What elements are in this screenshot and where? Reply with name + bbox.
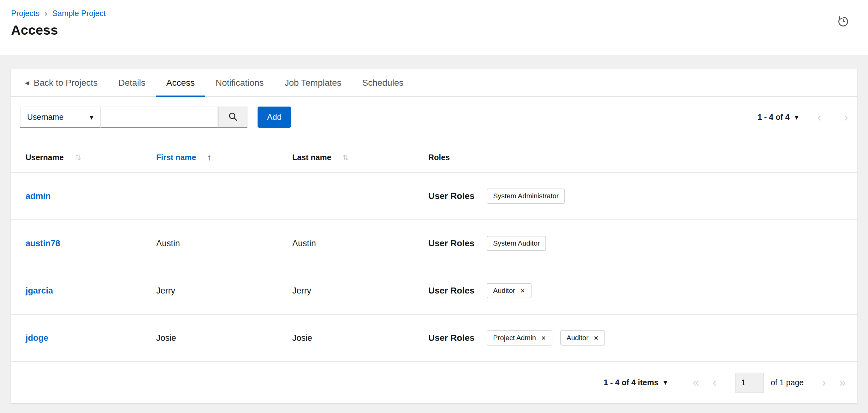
column-header-first-name: First name ↑ xyxy=(156,152,292,162)
tab-job-templates[interactable]: Job Templates xyxy=(274,69,352,97)
column-label: Roles xyxy=(428,153,450,162)
page-count-label: of 1 page xyxy=(771,378,804,387)
roles-cell: User Roles Auditor ✕ xyxy=(428,283,857,298)
search-group xyxy=(101,107,247,128)
column-label: First name xyxy=(156,153,196,162)
role-chip-label: Auditor xyxy=(493,286,515,295)
access-page: Projects › Sample Project Access ◀ Back … xyxy=(0,0,868,413)
role-chip-label: System Auditor xyxy=(493,239,540,247)
content-background: ◀ Back to Projects Details Access Notifi… xyxy=(0,55,868,413)
user-roles-label: User Roles xyxy=(428,286,474,296)
column-header-roles: Roles xyxy=(428,153,857,162)
role-chip: Auditor ✕ xyxy=(560,331,605,346)
chevron-left-icon: ‹ xyxy=(817,111,822,124)
card-footer: 1 - 4 of 4 items ▾ « ‹ of 1 page › » xyxy=(11,361,857,403)
username-link[interactable]: jgarcia xyxy=(26,286,53,296)
role-chip: Auditor ✕ xyxy=(487,283,531,298)
last-name-cell: Jerry xyxy=(292,286,428,296)
search-input[interactable] xyxy=(101,107,218,128)
close-icon: ✕ xyxy=(520,287,525,294)
role-chip-label: Project Admin xyxy=(493,334,536,342)
close-icon: ✕ xyxy=(541,335,546,341)
tab-back-label: Back to Projects xyxy=(34,78,97,88)
history-icon xyxy=(837,24,849,28)
username-cell: austin78 xyxy=(26,239,156,248)
activity-stream-button[interactable] xyxy=(836,14,850,30)
sort-ascending-icon: ↑ xyxy=(207,152,212,162)
previous-page-button[interactable]: ‹ xyxy=(712,376,716,388)
next-page-button[interactable]: › xyxy=(844,111,848,123)
tab-back-to-projects[interactable]: ◀ Back to Projects xyxy=(14,69,108,97)
roles-cell: User Roles System Administrator xyxy=(428,188,857,204)
roles-cell: User Roles System Auditor xyxy=(428,236,857,251)
last-name-cell: Josie xyxy=(292,333,428,343)
role-chips: System Administrator xyxy=(487,188,565,204)
tab-bar: ◀ Back to Projects Details Access Notifi… xyxy=(11,69,857,97)
role-chips: Auditor ✕ xyxy=(487,283,531,298)
angle-double-right-icon: » xyxy=(839,376,846,389)
tab-access[interactable]: Access xyxy=(156,69,205,97)
table-row: jdoge Josie Josie User Roles Project Adm… xyxy=(11,314,857,361)
username-cell: jgarcia xyxy=(26,286,156,296)
username-link[interactable]: admin xyxy=(26,192,51,201)
chevron-right-icon: › xyxy=(844,111,848,124)
chevron-left-icon: ‹ xyxy=(712,376,716,389)
role-chips: Project Admin ✕ Auditor ✕ xyxy=(487,331,605,346)
first-page-button[interactable]: « xyxy=(692,376,699,388)
tab-notifications[interactable]: Notifications xyxy=(205,69,274,97)
previous-page-button[interactable]: ‹ xyxy=(817,111,822,123)
add-button[interactable]: Add xyxy=(257,107,291,128)
table-header-row: Username ⇅ First name ↑ Last name xyxy=(11,143,857,172)
filter-type-selected: Username xyxy=(27,112,63,122)
user-roles-label: User Roles xyxy=(428,191,474,201)
top-pagination: 1 - 4 of 4 ▾ ‹ › xyxy=(757,107,848,128)
sort-arrows-icon: ⇅ xyxy=(342,153,349,162)
items-per-page-summary[interactable]: 1 - 4 of 4 items xyxy=(603,378,658,387)
tab-schedules[interactable]: Schedules xyxy=(352,69,414,97)
remove-role-button[interactable]: ✕ xyxy=(594,335,599,341)
toolbar: Username ▾ xyxy=(11,97,857,143)
role-chip-label: Auditor xyxy=(566,334,589,342)
search-button[interactable] xyxy=(218,107,247,128)
next-page-button[interactable]: › xyxy=(822,376,826,388)
angle-double-left-icon: « xyxy=(692,376,699,389)
column-label: Last name xyxy=(292,153,332,162)
search-icon xyxy=(228,112,238,122)
table-row: austin78 Austin Austin User Roles System… xyxy=(11,219,857,267)
caret-down-icon: ▾ xyxy=(90,113,93,121)
caret-down-icon: ▾ xyxy=(663,379,667,386)
role-chip: System Administrator xyxy=(487,188,565,204)
sort-by-last-name[interactable]: Last name ⇅ xyxy=(292,153,349,162)
filter-type-dropdown[interactable]: Username ▾ xyxy=(20,107,101,128)
page-number-input[interactable] xyxy=(735,373,764,392)
chevron-right-icon: › xyxy=(822,376,826,389)
breadcrumb: Projects › Sample Project xyxy=(11,9,868,18)
column-label: Username xyxy=(26,153,64,162)
remove-role-button[interactable]: ✕ xyxy=(520,288,525,294)
breadcrumb-separator: › xyxy=(44,9,47,18)
last-name-cell: Austin xyxy=(292,239,428,248)
column-header-last-name: Last name ⇅ xyxy=(292,153,428,162)
table-row: admin User Roles System Administrator xyxy=(11,172,857,219)
column-header-username: Username ⇅ xyxy=(26,153,156,162)
role-chip: System Auditor xyxy=(487,236,546,251)
first-name-cell: Josie xyxy=(156,333,292,343)
sort-by-first-name[interactable]: First name ↑ xyxy=(156,152,212,162)
caret-down-icon: ▾ xyxy=(795,113,799,121)
close-icon: ✕ xyxy=(594,335,599,341)
last-page-button[interactable]: » xyxy=(839,376,846,388)
breadcrumb-link-sample-project[interactable]: Sample Project xyxy=(52,9,106,18)
remove-role-button[interactable]: ✕ xyxy=(541,335,546,341)
top-pagination-summary[interactable]: 1 - 4 of 4 xyxy=(757,112,789,122)
sort-by-username[interactable]: Username ⇅ xyxy=(26,153,81,162)
username-link[interactable]: jdoge xyxy=(26,333,48,343)
toolbar-left: Username ▾ xyxy=(20,107,291,128)
page-title: Access xyxy=(11,23,868,38)
access-table: Username ⇅ First name ↑ Last name xyxy=(11,143,857,361)
tab-details[interactable]: Details xyxy=(108,69,156,97)
roles-cell: User Roles Project Admin ✕ Auditor xyxy=(428,331,857,346)
username-cell: jdoge xyxy=(26,333,156,343)
username-link[interactable]: austin78 xyxy=(26,239,60,248)
role-chip-label: System Administrator xyxy=(493,192,559,200)
breadcrumb-link-projects[interactable]: Projects xyxy=(11,9,39,18)
